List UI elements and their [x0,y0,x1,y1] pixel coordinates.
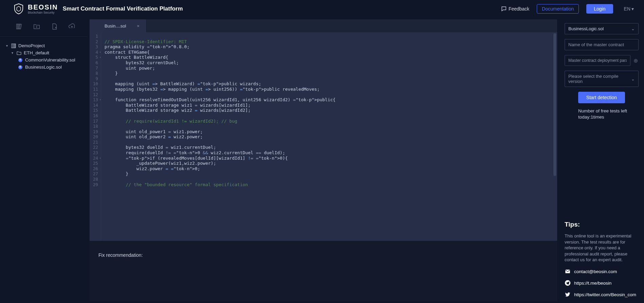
solidity-file-icon [18,65,22,69]
project-icon [11,43,16,48]
file-tree: ▾ DemoProject ▾ ETH_default CommonVulner… [0,37,88,76]
free-tests-label: Number of free tests left today:1times [565,108,639,120]
fix-recommendation-panel: Fix recommendation: [90,244,557,301]
code-editor[interactable]: 1234567891011121314151617181920212223242… [90,32,557,241]
contact-email[interactable]: contact@beosin.com [565,268,639,274]
language-selector[interactable]: EN ▾ [621,6,637,12]
brand-logo: BEOSIN Blockchain Security [14,3,58,15]
tree-folder-label: ETH_default [24,50,49,55]
svg-rect-0 [12,44,13,48]
sidebar-toolbar [0,18,88,37]
sidebar: ▾ DemoProject ▾ ETH_default CommonVulner… [0,18,88,303]
file-select[interactable]: BusinessLogic.sol ⌄ [565,23,639,34]
chat-icon [501,6,507,12]
tree-file-business[interactable]: BusinessLogic.sol [0,64,88,71]
feedback-label: Feedback [509,6,529,12]
language-label: EN [624,6,630,12]
documentation-button[interactable]: Documentation [537,4,579,14]
brand-name: BEOSIN [28,4,58,11]
add-param-icon[interactable]: ⊕ [632,57,639,64]
tree-project-row[interactable]: ▾ DemoProject [0,42,88,49]
scrollbar[interactable] [553,33,556,176]
twitter-icon [565,291,571,298]
cloud-upload-icon[interactable] [68,23,76,31]
brand-tagline: Blockchain Security [28,11,58,14]
feedback-link[interactable]: Feedback [501,6,529,12]
app-header: BEOSIN Blockchain Security Smart Contrac… [0,0,644,18]
tree-file-label: CommonVulnerability.sol [25,57,75,63]
tree-project-label: DemoProject [18,43,45,48]
solidity-file-icon [18,58,22,62]
contact-telegram-text: https://t.me/beosin [574,281,611,286]
contact-twitter[interactable]: https://twitter.com/Beosin_com [565,291,639,298]
close-icon[interactable]: × [137,23,139,29]
chevron-down-icon: ▾ [631,6,634,12]
tree-file-common[interactable]: CommonVulnerability.sol [0,56,88,64]
svg-rect-1 [13,44,15,48]
library-icon[interactable] [15,23,23,31]
code-content[interactable]: // SPDX-License-Identifier: MITpragma so… [101,32,557,241]
contact-twitter-text: https://twitter.com/Beosin_com [574,292,636,297]
svg-rect-2 [15,44,16,48]
caret-down-icon: ▾ [12,51,14,55]
master-contract-input[interactable] [565,39,639,50]
folder-icon [16,51,22,55]
shield-icon [14,3,24,15]
new-folder-icon[interactable] [33,23,40,31]
svg-rect-3 [565,270,570,273]
chevron-down-icon: ⌄ [631,26,635,31]
detection-panel: BusinessLogic.sol ⌄ ⊕ Please select the … [559,18,644,303]
tips-heading: Tips: [565,221,639,228]
editor-area: Busin....sol × 1234567891011121314151617… [90,19,557,301]
editor-tabs: Busin....sol × [90,19,557,32]
contact-telegram[interactable]: https://t.me/beosin [565,280,639,286]
tab-label: Busin....sol [105,23,126,29]
telegram-icon [565,280,571,286]
file-select-value: BusinessLogic.sol [568,26,604,31]
line-gutter: 1234567891011121314151617181920212223242… [90,32,101,241]
fix-panel-title: Fix recommendation: [98,252,143,258]
tree-folder-row[interactable]: ▾ ETH_default [0,49,88,56]
compile-select-placeholder: Please select the compile version [568,74,631,84]
deployment-params-input[interactable] [565,55,630,66]
app-title: Smart Contract Formal Verification Platf… [63,5,183,12]
tree-file-label: BusinessLogic.sol [25,65,62,70]
new-file-icon[interactable] [51,23,58,31]
tips-body: This online tool is an experimental vers… [565,233,639,263]
tab-active[interactable]: Busin....sol × [90,19,147,32]
compile-version-select[interactable]: Please select the compile version ⌄ [565,71,639,87]
caret-down-icon: ▾ [6,44,9,48]
login-button[interactable]: Login [586,4,613,14]
start-detection-button[interactable]: Start detection [578,92,625,103]
contact-email-text: contact@beosin.com [574,269,617,274]
chevron-down-icon: ⌄ [631,76,635,82]
mail-icon [565,268,571,274]
